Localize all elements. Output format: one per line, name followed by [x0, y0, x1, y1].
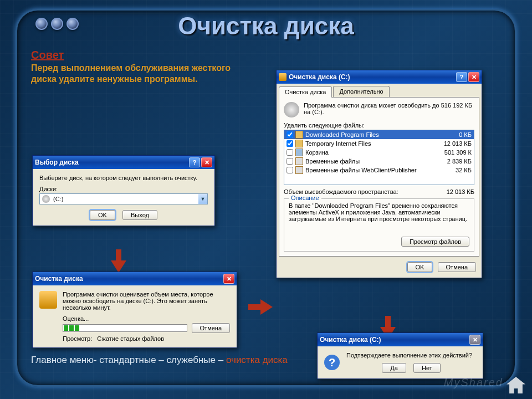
- dialog-progress: Очистка диска ✕ Программа очистки оценив…: [32, 272, 237, 348]
- slide-title: Очистка диска: [0, 12, 532, 40]
- scanning-value: Сжатие старых файлов: [97, 335, 164, 342]
- ok-button[interactable]: OK: [90, 210, 115, 220]
- checkbox[interactable]: [287, 140, 293, 147]
- progress-text: Программа очистки оценивает объем места,…: [63, 291, 230, 311]
- titlebar-progress[interactable]: Очистка диска ✕: [33, 272, 237, 285]
- disk-icon: [284, 102, 299, 117]
- path-highlight: очистка диска: [226, 355, 288, 365]
- file-name: Временные файлы: [305, 158, 432, 165]
- chevron-down-icon[interactable]: ▼: [198, 194, 207, 204]
- dialog-cleanup-main: Очистка диска (C:) ? ✕ Очистка диска Доп…: [276, 70, 482, 278]
- file-icon: [295, 157, 303, 165]
- watermark: MyShared: [444, 376, 503, 389]
- close-button[interactable]: ✕: [223, 274, 234, 284]
- titlebar-label: Очистка диска (C:): [320, 336, 381, 344]
- advice-text: Перед выполнением обслуживания жесткого …: [31, 63, 242, 85]
- yes-button[interactable]: Да: [382, 363, 406, 373]
- path-text: Главное меню- стандартные – служебные –: [31, 355, 226, 365]
- progress-bar: [63, 324, 187, 332]
- checkbox[interactable]: [287, 158, 293, 165]
- dialog-confirm: Очистка диска (C:) ✕ ? Подтверждаете вып…: [317, 332, 483, 379]
- file-list[interactable]: Downloaded Program Files0 КБ Temporary I…: [284, 130, 474, 185]
- file-size: 12 013 КБ: [434, 140, 472, 147]
- drive-value: (C:): [52, 196, 198, 202]
- list-item[interactable]: Temporary Internet Files12 013 КБ: [284, 139, 474, 148]
- file-size: 501 309 К: [434, 149, 472, 156]
- dialog-select-drive: Выбор диска ? ✕ Выберите диск, на которо…: [32, 155, 215, 226]
- confirm-text: Подтверждаете выполнение этих действий?: [346, 352, 476, 359]
- instruction-text: Выберите диск, на котором следует выполн…: [39, 175, 208, 181]
- file-name: Корзина: [305, 149, 432, 156]
- help-button[interactable]: ?: [456, 72, 467, 82]
- description-text: В папке "Downloaded Program Files" време…: [289, 202, 469, 232]
- help-button[interactable]: ?: [189, 157, 200, 167]
- scanning-label: Просмотр:: [63, 335, 92, 342]
- ok-button[interactable]: OK: [407, 262, 433, 272]
- advice-block: Совет Перед выполнением обслуживания жес…: [31, 49, 242, 85]
- folder-icon: [295, 140, 303, 147]
- titlebar-cleanup[interactable]: Очистка диска (C:) ? ✕: [277, 70, 482, 84]
- file-size: 2 839 КБ: [434, 158, 472, 165]
- checkbox[interactable]: [287, 167, 293, 173]
- description-legend: Описание: [289, 195, 321, 201]
- view-files-button[interactable]: Просмотр файлов: [401, 237, 469, 247]
- titlebar-confirm[interactable]: Очистка диска (C:) ✕: [318, 333, 483, 346]
- folder-icon: [295, 131, 303, 139]
- arrow-right-icon: [260, 299, 273, 315]
- drives-label: Диски:: [39, 186, 208, 192]
- list-item[interactable]: Временные файлы WebClient/Publisher32 КБ: [284, 166, 474, 175]
- close-button[interactable]: ✕: [469, 335, 480, 345]
- list-item[interactable]: Downloaded Program Files0 КБ: [284, 130, 474, 139]
- file-icon: [295, 166, 303, 174]
- delete-label: Удалить следующие файлы:: [284, 122, 474, 129]
- arrow-down-icon: [111, 260, 126, 273]
- advice-heading: Совет: [31, 49, 242, 62]
- drive-combobox[interactable]: (C:) ▼: [39, 193, 208, 204]
- cancel-button[interactable]: Отмена: [438, 262, 476, 272]
- tab-advanced[interactable]: Дополнительно: [333, 86, 389, 97]
- estimate-label: Оценка...: [63, 315, 230, 322]
- broom-icon: [279, 73, 287, 81]
- tab-cleanup[interactable]: Очистка диска: [279, 86, 332, 98]
- titlebar-label: Очистка диска: [35, 275, 83, 283]
- close-button[interactable]: ✕: [201, 157, 212, 167]
- file-name: Временные файлы WebClient/Publisher: [305, 167, 432, 173]
- checkbox[interactable]: [287, 149, 293, 156]
- summary-text: Программа очистки диска может освободить…: [304, 102, 474, 115]
- disk-icon: [42, 195, 50, 203]
- list-item[interactable]: Корзина501 309 К: [284, 148, 474, 157]
- question-icon: ?: [324, 355, 340, 370]
- file-size: 32 КБ: [434, 167, 472, 173]
- trash-icon: [295, 149, 303, 156]
- checkbox[interactable]: [287, 131, 293, 138]
- no-button[interactable]: Нет: [413, 363, 441, 373]
- titlebar-label: Выбор диска: [35, 158, 79, 166]
- broom-icon: [39, 291, 57, 309]
- list-item[interactable]: Временные файлы2 839 КБ: [284, 157, 474, 166]
- file-size: 0 КБ: [434, 131, 472, 138]
- file-name: Temporary Internet Files: [305, 140, 432, 147]
- freespace-value: 12 013 КБ: [447, 188, 474, 195]
- close-button[interactable]: ✕: [468, 72, 479, 82]
- cancel-button[interactable]: Отмена: [192, 323, 230, 333]
- file-name: Downloaded Program Files: [305, 131, 432, 138]
- titlebar-label: Очистка диска (C:): [289, 73, 350, 81]
- exit-button[interactable]: Выход: [122, 210, 157, 220]
- menu-path-note: Главное меню- стандартные – служебные – …: [31, 355, 308, 366]
- titlebar-select-drive[interactable]: Выбор диска ? ✕: [33, 156, 214, 169]
